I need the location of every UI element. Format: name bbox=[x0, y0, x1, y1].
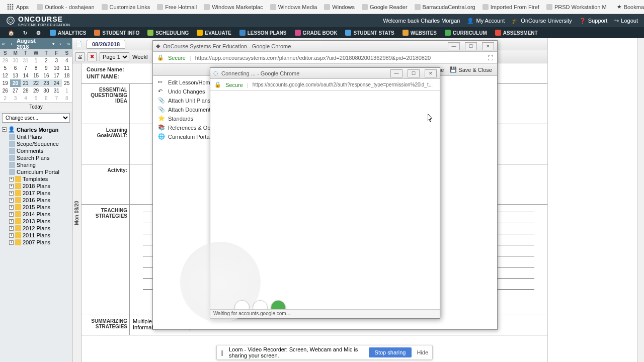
cal-day[interactable]: 30 bbox=[10, 57, 20, 64]
cal-day[interactable]: 18 bbox=[62, 72, 72, 79]
cal-day[interactable]: 25 bbox=[62, 79, 72, 87]
collapse-icon[interactable]: − bbox=[2, 127, 7, 132]
bookmark-item[interactable]: BarracudaCentral.org bbox=[412, 3, 478, 11]
today-button[interactable]: Today bbox=[0, 102, 72, 111]
expand-icon[interactable]: + bbox=[9, 191, 14, 196]
tree-item-scope-sequence[interactable]: Scope/Sequence bbox=[0, 140, 72, 147]
cal-month-picker[interactable]: August 2018 bbox=[17, 38, 49, 50]
bookmark-item[interactable]: Free Hotmail bbox=[154, 3, 200, 11]
tree-folder[interactable]: +2007 Plans bbox=[0, 239, 72, 246]
cal-day[interactable]: 29 bbox=[0, 57, 10, 64]
tree-folder[interactable]: +2014 Plans bbox=[0, 211, 72, 218]
nav-websites[interactable]: WEBSITES bbox=[398, 28, 441, 37]
tree-folder[interactable]: +2016 Plans bbox=[0, 197, 72, 204]
logout-link[interactable]: ↪ Logout bbox=[614, 18, 638, 24]
expand-icon[interactable]: + bbox=[9, 226, 14, 231]
cal-day[interactable]: 14 bbox=[21, 72, 31, 79]
cal-day[interactable]: 17 bbox=[51, 72, 61, 79]
nav-lesson-plans[interactable]: LESSON PLANS bbox=[235, 28, 291, 37]
apps-button[interactable]: Apps bbox=[4, 3, 32, 12]
bookmarks-menu[interactable]: ★ Bookmarks bbox=[614, 3, 644, 11]
cal-next-year[interactable]: » bbox=[65, 41, 72, 47]
cal-prev-year[interactable]: « bbox=[0, 41, 7, 47]
maximize-button[interactable]: ☐ bbox=[465, 42, 477, 50]
bookmark-item[interactable]: PRSD Workstation M bbox=[543, 3, 610, 11]
cal-day[interactable]: 24 bbox=[51, 79, 61, 87]
tree-folder[interactable]: +2012 Plans bbox=[0, 225, 72, 232]
nav-home[interactable]: 🏠 bbox=[4, 29, 18, 37]
cal-day[interactable]: 9 bbox=[41, 64, 51, 72]
cal-day[interactable]: 23 bbox=[41, 79, 51, 87]
cal-day[interactable]: 6 bbox=[41, 95, 51, 102]
minimize-button[interactable]: — bbox=[390, 69, 403, 77]
expand-icon[interactable]: + bbox=[9, 198, 14, 203]
cal-day[interactable]: 8 bbox=[31, 64, 41, 72]
nav-analytics[interactable]: ANALYTICS bbox=[46, 28, 90, 37]
cal-day[interactable]: 11 bbox=[62, 64, 72, 72]
cal-day[interactable]: 10 bbox=[51, 64, 61, 72]
change-user-select[interactable]: Change user... bbox=[2, 113, 70, 123]
url-text[interactable]: https://accounts.google.com/o/oauth2/aut… bbox=[253, 82, 433, 87]
cal-day[interactable]: 13 bbox=[10, 72, 20, 79]
expand-icon[interactable]: + bbox=[9, 212, 14, 217]
tree-folder[interactable]: +2015 Plans bbox=[0, 204, 72, 211]
tree-item-sharing[interactable]: Sharing bbox=[0, 161, 72, 168]
tree-folder[interactable]: +Templates bbox=[0, 175, 72, 183]
nav-assessment[interactable]: ASSESSMENT bbox=[491, 28, 542, 37]
nav-student-info[interactable]: STUDENT INFO bbox=[90, 28, 143, 37]
nav-scheduling[interactable]: SCHEDULING bbox=[143, 28, 193, 37]
tree-item-unit-plans[interactable]: Unit Plans bbox=[0, 133, 72, 140]
expand-icon[interactable]: + bbox=[9, 240, 14, 245]
popup-titlebar[interactable]: ◌ Connecting ... - Google Chrome — ☐ ✕ bbox=[210, 68, 440, 79]
hide-button[interactable]: Hide bbox=[417, 349, 428, 355]
tree-folder[interactable]: +2013 Plans bbox=[0, 218, 72, 225]
bookmark-item[interactable]: Customize Links bbox=[99, 3, 153, 11]
expand-icon[interactable]: + bbox=[9, 219, 14, 224]
cal-day[interactable]: 19 bbox=[0, 79, 10, 87]
cal-day[interactable]: 29 bbox=[31, 87, 41, 95]
cal-day[interactable]: 3 bbox=[51, 57, 61, 64]
url-text[interactable]: https://app.oncoursesystems.com/planner/… bbox=[195, 55, 431, 61]
cal-day[interactable]: 15 bbox=[31, 72, 41, 79]
tree-item-comments[interactable]: Comments bbox=[0, 147, 72, 154]
logo[interactable]: ONCOURSE SYSTEMS FOR EDUCATION bbox=[6, 15, 70, 27]
tree-folder[interactable]: +2017 Plans bbox=[0, 190, 72, 197]
cal-day[interactable]: 30 bbox=[41, 87, 51, 95]
vertical-scrollbar[interactable] bbox=[637, 38, 644, 362]
cal-day[interactable]: 1 bbox=[31, 57, 41, 64]
toolbar-icon[interactable]: 📄 bbox=[75, 41, 83, 47]
nav-settings[interactable]: ⚙ bbox=[32, 29, 45, 37]
cal-day[interactable]: 26 bbox=[0, 87, 10, 95]
page-select[interactable]: Page 1 bbox=[100, 52, 129, 61]
bookmark-item[interactable]: Windows bbox=[321, 3, 358, 11]
cal-day[interactable]: 28 bbox=[21, 87, 31, 95]
cal-day[interactable]: 5 bbox=[0, 64, 10, 72]
support-link[interactable]: ❓ Support bbox=[579, 18, 608, 24]
cal-day[interactable]: 6 bbox=[10, 64, 20, 72]
maximize-button[interactable]: ☐ bbox=[408, 69, 420, 77]
cal-day[interactable]: 4 bbox=[21, 95, 31, 102]
stop-sharing-button[interactable]: Stop sharing bbox=[369, 347, 412, 357]
cal-day[interactable]: 22 bbox=[31, 79, 41, 87]
cancel-button[interactable]: ✖ bbox=[88, 52, 97, 61]
cal-day[interactable]: 4 bbox=[62, 57, 72, 64]
cal-day[interactable]: 20 bbox=[10, 79, 20, 87]
close-window-button[interactable]: ✕ bbox=[425, 69, 437, 77]
cal-day[interactable]: 16 bbox=[41, 72, 51, 79]
tree-folder[interactable]: +2011 Plans bbox=[0, 232, 72, 239]
cal-day[interactable]: 12 bbox=[0, 72, 10, 79]
expand-icon[interactable]: + bbox=[9, 177, 14, 182]
cal-day[interactable]: 31 bbox=[21, 57, 31, 64]
nav-student-stats[interactable]: STUDENT STATS bbox=[341, 28, 398, 37]
nav-refresh[interactable]: ↻ bbox=[19, 29, 31, 37]
tree-folder[interactable]: +2018 Plans bbox=[0, 183, 72, 190]
cal-day[interactable]: 8 bbox=[62, 95, 72, 102]
print-button[interactable]: 🖨 bbox=[75, 52, 85, 61]
university-link[interactable]: 🎓 OnCourse University bbox=[512, 18, 572, 24]
save-close-button[interactable]: 💾Save & Close bbox=[448, 65, 494, 74]
nav-curriculum[interactable]: CURRICULUM bbox=[441, 28, 491, 37]
cal-day[interactable]: 2 bbox=[41, 57, 51, 64]
cal-day[interactable]: 7 bbox=[21, 64, 31, 72]
tree-user-node[interactable]: − 👤 Charles Morgan bbox=[0, 126, 72, 133]
cal-day[interactable]: 5 bbox=[31, 95, 41, 102]
